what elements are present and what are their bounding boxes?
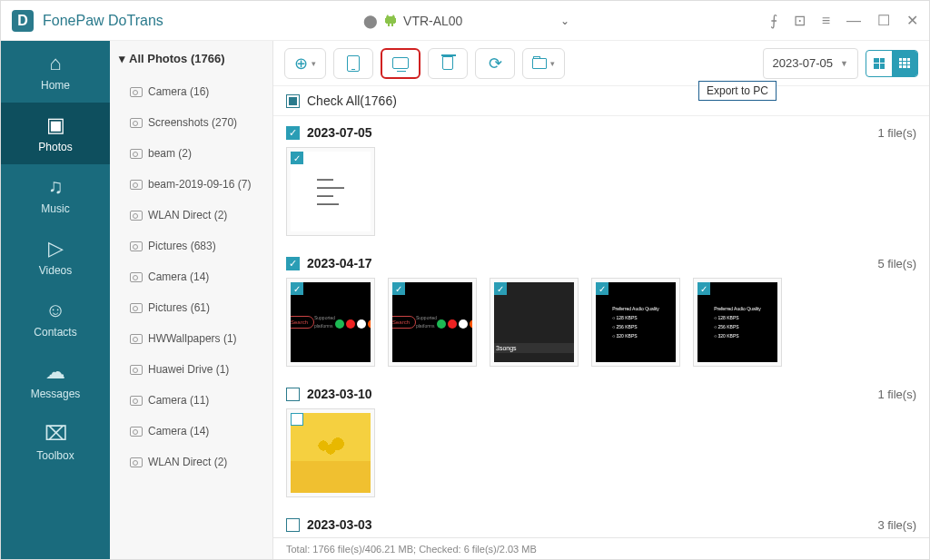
album-item[interactable]: WLAN Direct (2) — [110, 200, 272, 231]
album-sidebar: ▾All Photos (1766) Camera (16)Screenshot… — [110, 41, 273, 559]
chevron-down-icon: ▾ — [550, 59, 555, 68]
nav-label: Messages — [31, 388, 81, 400]
titlebar: D FonePaw DoTrans ⬤ VTR-AL00 ⌄ ⨍ ⊡ ≡ — ☐… — [1, 1, 929, 41]
open-folder-button[interactable]: ▾ — [522, 48, 565, 79]
album-icon — [130, 149, 143, 159]
thumb-checkbox[interactable]: ✓ — [392, 282, 405, 295]
menu-icon[interactable]: ≡ — [822, 13, 830, 29]
thumb-checkbox[interactable]: ✓ — [291, 282, 303, 295]
thumb-row: ✓SearchSupported platforms✓SearchSupport… — [286, 278, 916, 378]
photo-thumb[interactable]: ✓Preferred Audio Quality○ 128 KBPS○ 256 … — [591, 278, 680, 367]
group-checkbox[interactable]: ✓ — [286, 126, 300, 140]
maximize-button[interactable]: ☐ — [877, 12, 890, 29]
group-header[interactable]: ✓2023-04-175 file(s) — [286, 247, 916, 278]
android-icon: ⬤ — [363, 14, 378, 28]
photo-thumb[interactable]: ✓Preferred Audio Quality○ 128 KBPS○ 256 … — [693, 278, 782, 367]
refresh-button[interactable] — [475, 48, 515, 79]
album-label: Camera (14) — [148, 270, 209, 283]
nav-photos[interactable]: ▣Photos — [1, 103, 110, 164]
view-toggle — [866, 50, 918, 77]
check-all-label: Check All(1766) — [307, 93, 397, 108]
app-title: FonePaw DoTrans — [43, 13, 163, 29]
add-button[interactable]: ▾ — [284, 48, 326, 79]
album-icon — [130, 211, 143, 221]
nav-messages[interactable]: ☁Messages — [1, 349, 110, 411]
group-count: 1 file(s) — [877, 126, 916, 140]
album-item[interactable]: HWWallpapers (1) — [110, 323, 272, 354]
group-date: 2023-03-10 — [307, 387, 372, 401]
album-icon — [130, 241, 143, 251]
group-header[interactable]: ✓2023-07-051 file(s) — [286, 116, 916, 147]
group-count: 3 file(s) — [877, 518, 916, 532]
nav-videos[interactable]: ▷Videos — [1, 226, 110, 288]
album-item[interactable]: Pictures (683) — [110, 231, 272, 261]
refresh-icon — [489, 54, 502, 74]
album-icon — [130, 334, 143, 344]
group-checkbox[interactable] — [286, 518, 300, 532]
export-to-phone-button[interactable] — [333, 48, 373, 79]
nav-label: Photos — [38, 141, 72, 153]
view-small-button[interactable] — [892, 51, 917, 76]
album-icon — [130, 87, 143, 97]
delete-button[interactable] — [428, 48, 468, 79]
album-label: Camera (16) — [148, 85, 209, 98]
thumb-checkbox[interactable] — [291, 413, 303, 426]
close-button[interactable]: ✕ — [906, 12, 918, 29]
album-item[interactable]: Huawei Drive (1) — [110, 354, 272, 385]
contact-icon: ☺ — [45, 299, 65, 322]
device-selector[interactable]: ⬤ VTR-AL00 ⌄ — [163, 14, 770, 28]
thumb-checkbox[interactable]: ✓ — [698, 282, 710, 295]
album-item[interactable]: Screenshots (270) — [110, 107, 272, 138]
album-item[interactable]: Camera (16) — [110, 76, 272, 107]
nav-label: Contacts — [34, 326, 76, 339]
album-item[interactable]: beam-2019-09-16 (7) — [110, 169, 272, 200]
photo-thumb[interactable]: ✓3songs — [490, 278, 579, 367]
group-header[interactable]: 2023-03-033 file(s) — [286, 508, 916, 537]
album-label: beam-2019-09-16 (7) — [148, 178, 251, 191]
group-count: 5 file(s) — [877, 257, 916, 270]
photo-thumb[interactable] — [286, 408, 375, 497]
check-all-row[interactable]: Check All(1766) — [273, 86, 929, 116]
group-checkbox[interactable]: ✓ — [286, 257, 300, 270]
group-checkbox[interactable] — [286, 388, 300, 401]
thumb-checkbox[interactable]: ✓ — [494, 282, 507, 295]
nav-music[interactable]: ♫Music — [1, 164, 110, 226]
nav-toolbox[interactable]: ⌧Toolbox — [1, 411, 110, 473]
photo-gallery[interactable]: ✓2023-07-051 file(s)✓▬▬▬▬▬▬▬▬▬▬▬▬▬▬▬✓202… — [273, 116, 929, 537]
nav-home[interactable]: ⌂Home — [1, 41, 110, 103]
album-item[interactable]: Camera (14) — [110, 416, 272, 447]
view-large-button[interactable] — [866, 51, 892, 76]
nav-contacts[interactable]: ☺Contacts — [1, 288, 110, 349]
check-all-checkbox[interactable] — [286, 94, 300, 108]
photo-thumb[interactable]: ✓SearchSupported platforms — [388, 278, 477, 367]
album-icon — [130, 272, 143, 282]
nav-label: Home — [41, 79, 70, 92]
feedback-icon[interactable]: ⨍ — [770, 12, 777, 29]
minimize-button[interactable]: — — [846, 13, 861, 29]
thumb-row — [286, 408, 916, 508]
photo-thumb[interactable]: ✓▬▬▬▬▬▬▬▬▬▬▬▬▬▬▬ — [286, 147, 375, 236]
thumb-checkbox[interactable]: ✓ — [596, 282, 608, 295]
album-item[interactable]: Pictures (61) — [110, 292, 272, 323]
plus-icon — [294, 54, 308, 74]
thumb-checkbox[interactable]: ✓ — [291, 152, 303, 164]
photo-thumb[interactable]: ✓SearchSupported platforms — [286, 278, 375, 367]
album-icon — [130, 118, 143, 128]
album-label: beam (2) — [148, 147, 192, 160]
album-item[interactable]: beam (2) — [110, 138, 272, 169]
export-to-pc-button[interactable] — [381, 48, 420, 79]
tooltip: Export to PC — [698, 81, 777, 101]
album-item[interactable]: Camera (11) — [110, 385, 272, 416]
chevron-down-icon: ▾ — [312, 59, 316, 68]
date-filter[interactable]: 2023-07-05▼ — [763, 48, 858, 79]
group-count: 1 file(s) — [877, 388, 916, 401]
album-item[interactable]: WLAN Direct (2) — [110, 447, 272, 477]
album-icon — [130, 180, 143, 190]
chat-icon[interactable]: ⊡ — [794, 12, 806, 29]
group-header[interactable]: 2023-03-101 file(s) — [286, 378, 916, 408]
nav-label: Toolbox — [36, 449, 74, 462]
sidebar-header[interactable]: ▾All Photos (1766) — [110, 41, 272, 76]
chevron-down-icon: ⌄ — [560, 15, 569, 27]
status-bar: Total: 1766 file(s)/406.21 MB; Checked: … — [273, 537, 929, 559]
album-item[interactable]: Camera (14) — [110, 261, 272, 292]
